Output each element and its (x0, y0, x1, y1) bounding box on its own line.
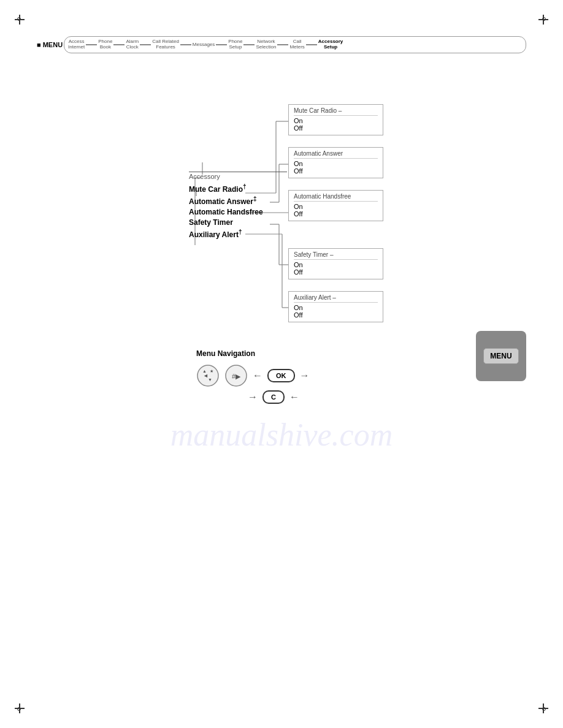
nav-item-call-related[interactable]: Call RelatedFeatures (152, 39, 179, 50)
accessory-title: Accessory (189, 172, 287, 180)
arrow-left-1: → (248, 392, 258, 403)
arrow-right-1: ← (253, 370, 262, 381)
accessory-item-automatic-handsfree: Automatic Handsfree (189, 208, 287, 216)
nav-item-network-selection[interactable]: NetworkSelection (256, 39, 276, 50)
option-title-mute-car-radio: Mute Car Radio – (294, 107, 378, 114)
option-on-automatic-answer: On (294, 160, 378, 167)
option-off-mute-car-radio: Off (294, 124, 378, 132)
nav-sep-1 (86, 44, 97, 45)
nav-item-alarm-clock[interactable]: AlarmClock (126, 39, 139, 50)
option-off-safety-timer: Off (294, 268, 378, 276)
menu-label: ■ MENU (37, 41, 63, 48)
nav-item-phone-book[interactable]: PhoneBook (98, 39, 112, 50)
nav-sep-8 (306, 44, 317, 45)
option-box-auxiliary-alert: Auxiliary Alert – On Off (288, 291, 383, 322)
corner-mark-tr (536, 12, 551, 27)
arrow-right-2: → (300, 370, 310, 381)
accessory-item-safety-timer: Safety Timer (189, 218, 287, 227)
nav-row-2: → C ← (248, 390, 310, 404)
nav-sep-7 (277, 44, 288, 45)
accessory-item-auxiliary-alert: Auxiliary Alert† (189, 229, 287, 239)
ok-button[interactable]: OK (267, 369, 295, 382)
nav-item-call-meters[interactable]: CallMeters (289, 39, 304, 50)
nav-sep-2 (113, 44, 124, 45)
nav-controls: ◄ ★ ▼ ▲ #▶ ← OK → (196, 364, 310, 404)
option-box-automatic-answer: Automatic Answer On Off (288, 147, 383, 178)
corner-mark-tl (12, 12, 27, 27)
svg-text:▼: ▼ (208, 377, 212, 382)
nav-sep-4 (180, 44, 191, 45)
option-box-safety-timer: Safety Timer – On Off (288, 248, 383, 279)
diagram-area: Accessory Mute Car Radio† Automatic Answ… (37, 67, 526, 435)
option-title-safety-timer: Safety Timer – (294, 251, 378, 258)
menu-button-box[interactable]: MENU (476, 331, 526, 381)
option-on-safety-timer: On (294, 261, 378, 268)
option-title-auxiliary-alert: Auxiliary Alert – (294, 294, 378, 301)
svg-text:#▶: #▶ (232, 373, 241, 380)
option-off-automatic-answer: Off (294, 167, 378, 175)
menu-button-label[interactable]: MENU (483, 348, 518, 364)
accessory-items: Mute Car Radio† Automatic Answer‡ Automa… (189, 183, 287, 239)
corner-mark-bl (12, 701, 27, 716)
nav-item-access-internet[interactable]: AccessInternet (68, 39, 85, 50)
accessory-item-automatic-answer: Automatic Answer‡ (189, 195, 287, 206)
svg-text:★: ★ (210, 369, 213, 373)
nav-item-phone-setup[interactable]: PhoneSetup (228, 39, 242, 50)
option-box-mute-car-radio: Mute Car Radio – On Off (288, 104, 383, 135)
nav-sep-6 (243, 44, 255, 45)
option-box-automatic-handsfree: Automatic Handsfree On Off (288, 190, 383, 221)
svg-text:▲: ▲ (202, 369, 207, 373)
nav-row-1: ◄ ★ ▼ ▲ #▶ ← OK → (196, 364, 310, 387)
option-off-auxiliary-alert: Off (294, 311, 378, 319)
navigation-bar: ■ MENU AccessInternet PhoneBook AlarmClo… (37, 34, 526, 56)
nav-items-container: AccessInternet PhoneBook AlarmClock Call… (64, 36, 526, 53)
option-title-automatic-handsfree: Automatic Handsfree (294, 193, 378, 200)
nav-item-messages[interactable]: Messages (193, 42, 215, 48)
corner-mark-br (536, 701, 551, 716)
option-on-auxiliary-alert: On (294, 304, 378, 311)
arrow-left-2: ← (289, 392, 299, 403)
menu-navigation-section: Menu Navigation ◄ ★ ▼ ▲ (196, 349, 310, 404)
option-off-automatic-handsfree: Off (294, 210, 378, 218)
option-title-automatic-answer: Automatic Answer (294, 150, 378, 157)
nav-sep-5 (216, 44, 227, 45)
nav-section-title: Menu Navigation (196, 349, 310, 358)
scroll-button[interactable]: ◄ ★ ▼ ▲ (196, 364, 220, 387)
nav-item-accessory-setup[interactable]: AccessorySetup (318, 39, 343, 50)
nav-sep-3 (140, 44, 151, 45)
accessory-box: Accessory Mute Car Radio† Automatic Answ… (189, 172, 287, 239)
option-on-mute-car-radio: On (294, 117, 378, 124)
accessory-item-mute-car-radio: Mute Car Radio† (189, 183, 287, 194)
hash-button[interactable]: #▶ (224, 364, 248, 387)
c-button[interactable]: C (262, 390, 285, 404)
option-on-automatic-handsfree: On (294, 203, 378, 210)
